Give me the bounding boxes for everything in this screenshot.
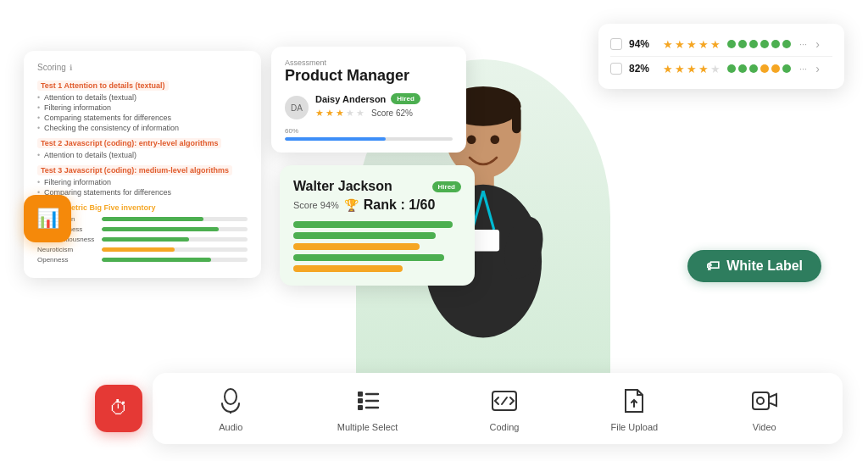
test3-item-2: Comparing statements for differences bbox=[37, 187, 248, 197]
stats-dot-0-5 bbox=[782, 40, 791, 48]
walter-score: Score 94% 🏆 Rank : 1/60 bbox=[293, 197, 461, 213]
walter-card: Walter Jackson Hired Score 94% 🏆 Rank : … bbox=[280, 165, 475, 286]
candidate-name: Daisy Anderson bbox=[315, 94, 386, 104]
test1-item-3: Comparing statements for differences bbox=[37, 113, 248, 123]
star-3: ★ bbox=[336, 108, 344, 119]
candidate-row: DA Daisy Anderson Hired ★ ★ ★ ★ ★ Score … bbox=[285, 93, 453, 122]
stats-star-0-3: ★ bbox=[698, 38, 709, 51]
stats-arrow-0[interactable]: › bbox=[815, 37, 820, 51]
white-label-text: White Label bbox=[726, 258, 803, 274]
trait-bar-fill-1 bbox=[102, 227, 219, 231]
hired-badge: Hired bbox=[391, 93, 420, 104]
tag-icon: 🏷 bbox=[706, 258, 720, 274]
stats-dot-0-1 bbox=[738, 40, 747, 48]
stats-more-1[interactable]: ··· bbox=[799, 64, 807, 74]
stats-rows: 94% ★★★★★ ··· › 82% ★★★★★ ··· › bbox=[610, 32, 832, 81]
stats-pct-0: 94% bbox=[629, 38, 656, 50]
toolbar-label-file-upload: File Upload bbox=[611, 422, 659, 432]
test1-item-2: Filtering information bbox=[37, 103, 248, 113]
test2-label: Test 2 Javascript (coding): entry-level … bbox=[37, 138, 221, 148]
test1-item-4: Checking the consistency of information bbox=[37, 123, 248, 133]
walter-bar-2 bbox=[293, 243, 420, 250]
stats-card: 94% ★★★★★ ··· › 82% ★★★★★ ··· › bbox=[598, 24, 844, 89]
trait-row-3: Neuroticism bbox=[37, 246, 248, 253]
info-icon: ℹ bbox=[70, 64, 72, 72]
svg-point-12 bbox=[491, 135, 500, 144]
assessment-card: Assessment Product Manager DA Daisy Ande… bbox=[271, 47, 466, 153]
svg-point-13 bbox=[225, 389, 236, 404]
stats-dot-0-0 bbox=[727, 40, 736, 48]
trait-bar-fill-4 bbox=[102, 258, 211, 262]
stats-star-1-2: ★ bbox=[687, 63, 697, 75]
score-text: Score 62% bbox=[371, 108, 413, 118]
timer-icon: ⏱ bbox=[109, 397, 128, 419]
trait-bar-fill-2 bbox=[102, 237, 189, 242]
stats-star-1-0: ★ bbox=[663, 63, 673, 75]
stats-dot-1-5 bbox=[782, 64, 791, 73]
toolbar-label-video: Video bbox=[753, 422, 776, 432]
star-5: ★ bbox=[356, 108, 364, 119]
stats-arrow-1[interactable]: › bbox=[815, 62, 820, 75]
svg-point-11 bbox=[467, 135, 476, 144]
stats-dots-1 bbox=[727, 64, 791, 73]
test1-label: Test 1 Attention to details (textual) bbox=[37, 81, 169, 91]
assessment-title: Product Manager bbox=[285, 67, 453, 85]
test3-item-1: Filtering information bbox=[37, 177, 248, 187]
stats-dots-0 bbox=[727, 40, 791, 48]
toolbar-item-file-upload[interactable]: File Upload bbox=[611, 385, 659, 432]
toolbar-icon-multiple-select bbox=[352, 385, 384, 417]
trait-bar-fill-0 bbox=[102, 217, 203, 221]
walter-bar-3 bbox=[293, 254, 444, 261]
chart-button[interactable]: 📊 bbox=[24, 195, 71, 242]
chart-icon: 📊 bbox=[36, 208, 59, 230]
svg-rect-17 bbox=[358, 398, 363, 403]
toolbar-item-multiple-select[interactable]: Multiple Select bbox=[337, 385, 398, 432]
progress-bar-fill bbox=[285, 137, 386, 141]
toolbar-item-audio[interactable]: Audio bbox=[214, 385, 247, 432]
rank-text: Rank : 1/60 bbox=[364, 197, 435, 213]
trait-bar-bg-1 bbox=[102, 227, 248, 231]
stats-check-0[interactable] bbox=[610, 38, 622, 50]
walter-bars bbox=[293, 221, 461, 272]
stats-stars-1: ★★★★★ bbox=[663, 63, 721, 75]
svg-rect-19 bbox=[358, 405, 363, 410]
toolbar-label-multiple-select: Multiple Select bbox=[337, 422, 398, 432]
stats-more-0[interactable]: ··· bbox=[799, 39, 807, 49]
stats-dot-1-2 bbox=[749, 64, 758, 73]
stats-star-1-4: ★ bbox=[710, 63, 721, 75]
stats-star-0-4: ★ bbox=[710, 38, 721, 51]
toolbar-item-video[interactable]: Video bbox=[748, 385, 781, 432]
star-1: ★ bbox=[315, 108, 324, 119]
stats-dot-1-3 bbox=[760, 64, 769, 73]
timer-button[interactable]: ⏱ bbox=[95, 385, 142, 432]
toolbar-label-coding: Coding bbox=[490, 422, 520, 432]
stats-dot-0-3 bbox=[760, 40, 769, 48]
toolbar-icon-audio bbox=[214, 385, 247, 417]
walter-bar-4 bbox=[293, 265, 403, 272]
trophy-icon: 🏆 bbox=[344, 198, 359, 212]
trait-row-4: Openness bbox=[37, 256, 248, 264]
stars-row: ★ ★ ★ ★ ★ Score 62% bbox=[315, 108, 420, 119]
svg-line-23 bbox=[502, 397, 507, 404]
walter-header: Walter Jackson Hired bbox=[293, 179, 461, 194]
test2-item-1: Attention to details (textual) bbox=[37, 150, 248, 160]
stats-pct-1: 82% bbox=[629, 63, 656, 75]
trait-name-4: Openness bbox=[37, 256, 97, 264]
walter-bar-1 bbox=[293, 232, 436, 239]
test3-label: Test 3 Javascript (coding): medium-level… bbox=[37, 165, 232, 175]
svg-rect-15 bbox=[358, 392, 363, 397]
star-2: ★ bbox=[326, 108, 334, 119]
stats-star-0-1: ★ bbox=[675, 38, 685, 51]
stats-check-1[interactable] bbox=[610, 63, 622, 75]
toolbar-item-coding[interactable]: Coding bbox=[488, 385, 520, 432]
stats-dot-1-4 bbox=[771, 64, 780, 73]
trait-name-3: Neuroticism bbox=[37, 246, 97, 253]
assessment-label: Assessment bbox=[285, 58, 453, 67]
white-label-badge[interactable]: 🏷 White Label bbox=[687, 250, 821, 282]
stats-row-0: 94% ★★★★★ ··· › bbox=[610, 32, 832, 56]
toolbar-icon-coding bbox=[488, 385, 520, 417]
stats-star-1-3: ★ bbox=[698, 63, 709, 75]
stats-stars-0: ★★★★★ bbox=[663, 38, 721, 51]
walter-badge: Hired bbox=[432, 181, 461, 192]
test1-item-1: Attention to details (textual) bbox=[37, 92, 248, 103]
